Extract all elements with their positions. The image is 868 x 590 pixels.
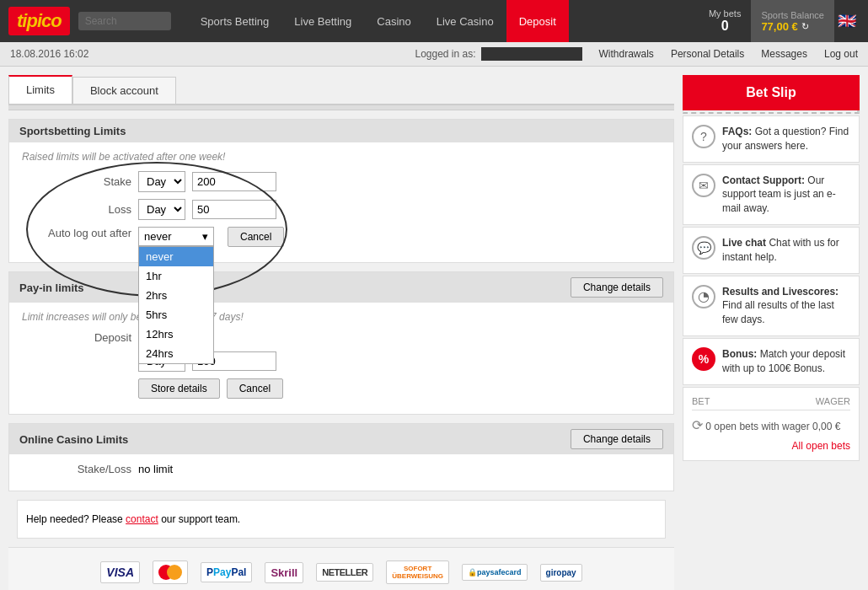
my-bets-count: 0 [709, 19, 742, 34]
dropdown-arrow-icon: ▾ [202, 230, 208, 243]
casino-title: Online Casino Limits [19, 433, 128, 446]
results-icon: ◔ [692, 285, 715, 308]
payment-icons: VISA PPayPal Skrill NETELLER SOFORTÜBERW… [8, 547, 674, 590]
tabs: Limits Block account [8, 75, 674, 105]
casino-section-header: Online Casino Limits Change details [9, 424, 673, 454]
stake-label: Stake [22, 175, 131, 188]
loss-row: Loss Day [22, 199, 661, 220]
results-bold: Results and Livescores: [722, 286, 839, 298]
search-input[interactable] [78, 12, 171, 30]
right-sidebar: Bet Slip ? FAQs: Got a question? Find yo… [683, 75, 860, 590]
datetime: 18.08.2016 16:02 [10, 48, 88, 60]
refresh-icon[interactable]: ↻ [801, 21, 809, 32]
nav-deposit[interactable]: Deposit [506, 0, 569, 42]
loss-value-input[interactable] [192, 200, 276, 219]
my-bets[interactable]: My bets 0 [699, 8, 752, 34]
casino-stake-loss-label: Stake/Loss [22, 463, 131, 475]
payin-section: Pay-in limits Change details Limit incre… [8, 271, 674, 415]
open-bets-text: ⟳ 0 open bets with wager 0,00 € [692, 414, 850, 437]
payin-change-details-button[interactable]: Change details [571, 277, 663, 298]
payin-title: Pay-in limits [19, 282, 84, 294]
support-contact-link[interactable]: contact [126, 513, 158, 525]
dropdown-option-1hr[interactable]: 1hr [139, 266, 213, 286]
casino-stake-loss-value: no limit [138, 463, 173, 475]
payin-section-body: Limit increases will only be activated a… [9, 303, 673, 414]
deposit-label: Deposit [22, 331, 131, 344]
dropdown-option-12hrs[interactable]: 12hrs [139, 324, 213, 344]
bonus-text: Bonus: Match your deposit with up to 100… [722, 347, 850, 376]
giropay-icon: giropay [540, 564, 582, 582]
header: tipico Sports Betting Live Betting Casin… [0, 0, 868, 42]
support-footer: Help needed? Please contact our support … [17, 500, 666, 539]
dropdown-option-24hrs[interactable]: 24hrs [139, 344, 213, 363]
nav-casino[interactable]: Casino [364, 0, 423, 42]
open-bets-panel: BET WAGER ⟳ 0 open bets with wager 0,00 … [683, 387, 860, 461]
payin-section-header: Pay-in limits Change details [9, 272, 673, 303]
sub-header-links: Withdrawals Personal Details Messages Lo… [599, 48, 858, 60]
stake-row: Stake Day [22, 171, 661, 192]
tab-limits[interactable]: Limits [8, 75, 72, 104]
skrill-icon: Skrill [265, 562, 303, 583]
bonus-icon: % [692, 347, 715, 371]
loss-period-select[interactable]: Day [138, 199, 185, 220]
open-bets-wager-col: WAGER [816, 396, 850, 406]
sports-balance[interactable]: Sports Balance 77,00 € ↻ [751, 0, 834, 42]
bet-slip-header[interactable]: Bet Slip [683, 75, 860, 110]
open-bets-icon: ⟳ [692, 418, 703, 432]
loss-label: Loss [22, 203, 131, 216]
personal-details-link[interactable]: Personal Details [671, 48, 744, 60]
deposit-row: Deposit no limit [22, 331, 661, 344]
paypal-icon: PPayPal [201, 562, 252, 582]
logged-in: Logged in as: [415, 47, 581, 61]
sports-balance-amount: 77,00 € [761, 20, 797, 33]
sportsbetting-cancel-button[interactable]: Cancel [228, 227, 284, 247]
withdrawals-link[interactable]: Withdrawals [599, 48, 654, 60]
payin-cancel-button[interactable]: Cancel [227, 378, 283, 399]
payin-store-button[interactable]: Store details [138, 378, 220, 399]
open-bets-header: BET WAGER [692, 396, 850, 410]
tab-block-account[interactable]: Block account [72, 77, 176, 104]
nav-live-casino[interactable]: Live Casino [424, 0, 506, 42]
logo[interactable]: tipico [8, 7, 70, 35]
auto-logout-dropdown-wrapper: never ▾ never 1hr 2hrs 5hrs 12hrs 24hrs [138, 227, 214, 246]
open-bets-bet-col: BET [692, 396, 710, 406]
casino-change-details-button[interactable]: Change details [571, 429, 663, 449]
stake-period-select[interactable]: Day [138, 171, 185, 192]
deposit-period-row: Day [22, 351, 661, 372]
paysafecard-icon: 🔒paysafecard [462, 564, 528, 581]
auto-logout-select[interactable]: never ▾ [138, 227, 214, 246]
faq-bold: FAQs: [722, 126, 752, 137]
results-text: Results and Livescores: Find all results… [722, 285, 850, 327]
sidebar-livechat: 💬 Live chat Chat with us for instant hel… [683, 227, 860, 274]
flag-icon[interactable]: 🇬🇧 [834, 0, 860, 42]
contact-bold: Contact Support: [722, 174, 805, 186]
username-bar [481, 47, 582, 61]
sportsbetting-title: Sportsbetting Limits [19, 125, 126, 137]
visa-icon: VISA [100, 561, 140, 583]
sidebar-contact: ✉ Contact Support: Our support team is j… [683, 164, 860, 225]
dropdown-option-5hrs[interactable]: 5hrs [139, 305, 213, 324]
casino-section-body: Stake/Loss no limit [9, 454, 673, 491]
auto-logout-value: never [144, 230, 172, 243]
stake-value-input[interactable] [192, 172, 276, 191]
header-right: My bets 0 Sports Balance 77,00 € ↻ 🇬🇧 [699, 0, 860, 42]
content-area: Limits Block account Sportsbetting Limit… [8, 75, 674, 590]
dropdown-option-never[interactable]: never [139, 247, 213, 266]
livechat-text: Live chat Chat with us for instant help. [722, 236, 850, 265]
logout-link[interactable]: Log out [824, 48, 858, 60]
support-text: Help needed? Please [26, 513, 123, 525]
all-open-bets-link[interactable]: All open bets [692, 440, 850, 452]
neteller-icon: NETELLER [316, 563, 373, 582]
faq-icon: ? [692, 125, 715, 148]
sidebar-faq: ? FAQs: Got a question? Find your answer… [683, 115, 860, 163]
sofort-icon: SOFORTÜBERWEISUNG [386, 560, 449, 584]
dropdown-option-2hrs[interactable]: 2hrs [139, 286, 213, 305]
logged-in-label: Logged in as: [415, 48, 475, 60]
messages-link[interactable]: Messages [761, 48, 807, 60]
nav-sports-betting[interactable]: Sports Betting [188, 0, 282, 42]
casino-stake-loss-row: Stake/Loss no limit [22, 463, 661, 475]
my-bets-label: My bets [709, 8, 742, 19]
nav-live-betting[interactable]: Live Betting [281, 0, 364, 42]
support-text2: our support team. [161, 513, 240, 525]
results-desc: Find all results of the last few days. [722, 299, 834, 325]
